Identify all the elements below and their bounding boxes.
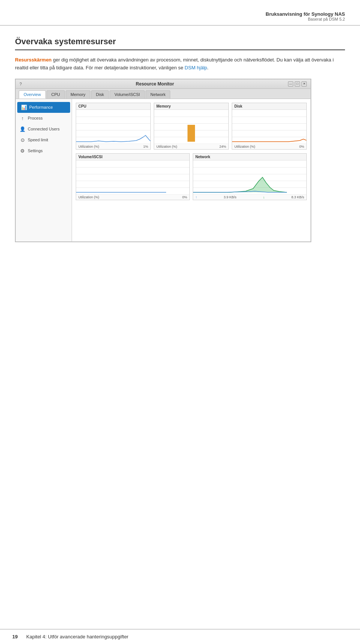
network-download-value: 8.3 KB/s (291, 195, 304, 199)
body-paragraph-1: Resursskärmen ger dig möjlighet att över… (15, 56, 345, 72)
main-content: Övervaka systemresurser Resursskärmen ge… (0, 37, 360, 242)
screenshot-container: ? Resource Monitor — □ ✕ Overview CPU Me… (15, 79, 311, 242)
charts-grid-bottom: Volume/iSCSI (76, 153, 307, 200)
sidebar-item-speed-limit[interactable]: ⊙ Speed limit (16, 135, 72, 145)
sidebar-label-performance: Performance (29, 105, 53, 109)
disk-chart-footer: Utilization (%) 0% (232, 144, 306, 149)
memory-util-label: Utilization (%) (156, 145, 177, 148)
header-title-sub: Baserat på DSM 5.2 (15, 17, 345, 21)
memory-chart: Memory (154, 103, 229, 150)
resource-monitor-window: ? Resource Monitor — □ ✕ Overview CPU Me… (15, 79, 311, 242)
tab-disk[interactable]: Disk (91, 90, 109, 99)
tab-volume-iscsi[interactable]: Volume/iSCSI (110, 90, 145, 99)
sidebar-label-settings: Settings (28, 148, 43, 153)
window-titlebar: ? Resource Monitor — □ ✕ (16, 79, 310, 89)
volume-util-label: Utilization (%) (78, 195, 99, 199)
volume-chart: Volume/iSCSI (76, 153, 190, 200)
disk-chart-title: Disk (232, 103, 306, 110)
network-download-icon: ↓ (263, 195, 265, 199)
network-chart-title: Network (193, 154, 306, 160)
disk-chart-area (232, 110, 306, 144)
sidebar-label-connected-users: Connected Users (28, 127, 60, 131)
network-chart: Network (193, 153, 307, 200)
body-text-main: ger dig möjlighet att övervaka användnin… (15, 57, 334, 70)
body-text-end: . (207, 65, 208, 70)
memory-chart-footer: Utilization (%) 24% (154, 144, 228, 149)
sidebar-item-settings[interactable]: ⚙ Settings (16, 145, 72, 156)
disk-chart-svg (232, 110, 306, 144)
chapter-title: Övervaka systemresurser (15, 37, 345, 50)
tab-memory[interactable]: Memory (66, 90, 90, 99)
network-upload-value: 3.9 KB/s (224, 195, 236, 199)
sidebar-item-connected-users[interactable]: 👤 Connected Users (16, 124, 72, 135)
main-panel: 📊 Performance ↑ Process 👤 Connected User… (16, 99, 310, 241)
volume-chart-footer: Utilization (%) 0% (76, 194, 189, 200)
page-number: 19 (8, 634, 22, 640)
close-button[interactable]: ✕ (302, 81, 307, 87)
sidebar-item-performance[interactable]: 📊 Performance (17, 102, 70, 113)
grid-line (154, 123, 228, 124)
sidebar-item-process[interactable]: ↑ Process (16, 113, 72, 124)
process-icon: ↑ (20, 115, 26, 121)
grid-line (154, 117, 228, 117)
network-chart-footer: ↑ 3.9 KB/s ↓ 8.3 KB/s (193, 194, 306, 200)
disk-util-label: Utilization (%) (234, 145, 255, 148)
highlight-resursskärmen: Resursskärmen (15, 57, 52, 63)
charts-grid-top: CPU (76, 103, 307, 150)
volume-util-value: 0% (182, 195, 187, 199)
cpu-chart-svg (76, 110, 150, 144)
network-chart-svg (193, 160, 306, 194)
tab-bar: Overview CPU Memory Disk Volume/iSCSI Ne… (16, 89, 310, 99)
sidebar: 📊 Performance ↑ Process 👤 Connected User… (16, 99, 72, 241)
header-title-main: Bruksanvisning för Synology NAS (15, 11, 345, 17)
tab-overview[interactable]: Overview (19, 90, 46, 99)
cpu-util-value: 1% (143, 145, 148, 148)
cpu-chart-title: CPU (76, 103, 150, 110)
window-title: Resource Monitor (22, 81, 288, 87)
cpu-util-label: Utilization (%) (78, 145, 99, 148)
tab-network[interactable]: Network (146, 90, 170, 99)
sidebar-label-process: Process (28, 116, 43, 120)
volume-chart-area (76, 160, 189, 194)
cpu-chart-footer: Utilization (%) 1% (76, 144, 150, 149)
disk-chart: Disk (232, 103, 307, 150)
disk-util-value: 0% (299, 145, 304, 148)
sidebar-label-speed-limit: Speed limit (28, 138, 48, 142)
network-chart-area (193, 160, 306, 194)
footer-chapter-text: Kapitel 4: Utför avancerade hanteringsup… (26, 634, 128, 640)
memory-chart-title: Memory (154, 103, 228, 110)
window-controls: — □ ✕ (288, 81, 307, 87)
performance-icon: 📊 (21, 105, 27, 110)
volume-chart-title: Volume/iSCSI (76, 154, 189, 160)
memory-util-value: 24% (219, 145, 226, 148)
cpu-chart: CPU (76, 103, 151, 150)
page-footer: 19 Kapitel 4: Utför avancerade hantering… (0, 629, 360, 644)
tab-cpu[interactable]: CPU (46, 90, 65, 99)
charts-content: CPU (72, 99, 310, 241)
volume-chart-svg (76, 160, 189, 194)
speed-limit-icon: ⊙ (20, 137, 26, 143)
memory-chart-area (154, 110, 228, 144)
dsm-help-link[interactable]: DSM hjälp (184, 65, 207, 70)
network-upload-icon: ↑ (195, 195, 197, 199)
connected-users-icon: 👤 (20, 126, 26, 132)
page-header: Bruksanvisning för Synology NAS Baserat … (0, 0, 360, 25)
maximize-button[interactable]: □ (295, 81, 300, 87)
cpu-chart-area (76, 110, 150, 144)
settings-icon: ⚙ (20, 148, 26, 154)
memory-bar (188, 125, 195, 142)
minimize-button[interactable]: — (288, 81, 293, 87)
